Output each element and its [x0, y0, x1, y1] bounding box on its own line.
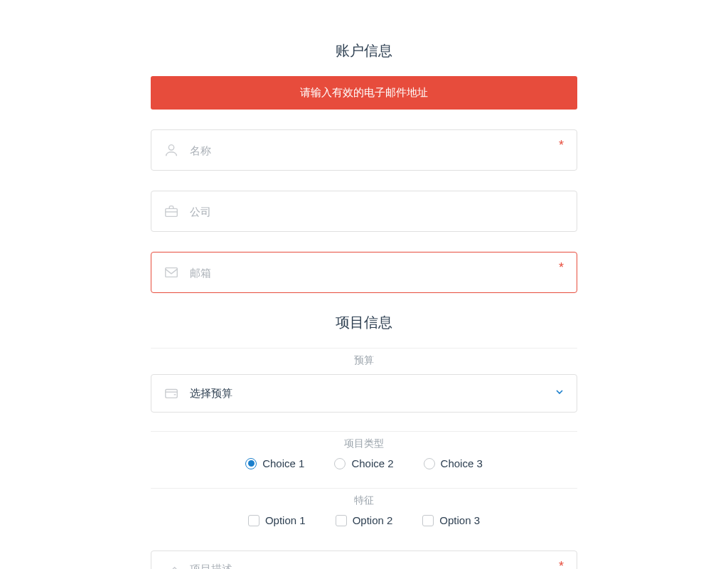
checkbox-option-3[interactable]: Option 3: [422, 514, 480, 526]
checkbox-control[interactable]: [336, 515, 347, 526]
budget-label: 预算: [151, 354, 577, 367]
svg-rect-2: [166, 268, 178, 277]
checkbox-label: Option 3: [439, 514, 480, 526]
chevron-down-icon: [554, 386, 565, 400]
account-section-title: 账户信息: [151, 41, 577, 60]
briefcase-icon: [163, 203, 180, 220]
radio-label: Choice 3: [441, 457, 483, 469]
project-section-title: 项目信息: [151, 313, 577, 332]
description-placeholder: 项目描述: [190, 563, 565, 569]
radio-control[interactable]: [334, 458, 346, 469]
radio-control[interactable]: [245, 458, 257, 469]
budget-value: 选择预算: [190, 387, 554, 400]
description-field[interactable]: 项目描述 *: [151, 551, 577, 569]
required-indicator: *: [559, 560, 564, 569]
divider: [151, 348, 577, 349]
svg-point-0: [168, 145, 173, 150]
checkbox-option-2[interactable]: Option 2: [336, 514, 393, 526]
wallet-icon: [163, 385, 180, 402]
name-field[interactable]: *: [151, 129, 577, 171]
radio-label: Choice 2: [351, 457, 393, 469]
required-indicator: *: [559, 139, 564, 151]
budget-select[interactable]: 选择预算: [151, 374, 577, 413]
features-checkboxes: Option 1 Option 2 Option 3: [151, 514, 577, 526]
pencil-icon: [163, 564, 180, 569]
checkbox-control[interactable]: [248, 515, 259, 526]
radio-label: Choice 1: [262, 457, 304, 469]
project-type-radios: Choice 1 Choice 2 Choice 3: [151, 457, 577, 469]
radio-choice-3[interactable]: Choice 3: [424, 457, 483, 469]
mail-icon: [163, 264, 180, 281]
user-icon: [163, 142, 180, 159]
features-label: 特征: [151, 488, 577, 507]
svg-rect-3: [166, 390, 178, 398]
required-indicator: *: [559, 261, 564, 274]
svg-rect-1: [166, 208, 178, 216]
radio-choice-1[interactable]: Choice 1: [245, 457, 304, 469]
checkbox-label: Option 1: [265, 514, 306, 526]
radio-choice-2[interactable]: Choice 2: [334, 457, 393, 469]
error-banner: 请输入有效的电子邮件地址: [151, 76, 577, 110]
name-input[interactable]: [190, 130, 565, 170]
email-field[interactable]: *: [151, 252, 577, 293]
radio-control[interactable]: [424, 458, 435, 469]
checkbox-label: Option 2: [353, 514, 393, 526]
project-type-label: 项目类型: [151, 431, 577, 450]
checkbox-control[interactable]: [422, 515, 434, 526]
company-input[interactable]: [190, 191, 565, 231]
company-field[interactable]: [151, 191, 577, 232]
email-input[interactable]: [190, 252, 565, 292]
checkbox-option-1[interactable]: Option 1: [248, 514, 306, 526]
